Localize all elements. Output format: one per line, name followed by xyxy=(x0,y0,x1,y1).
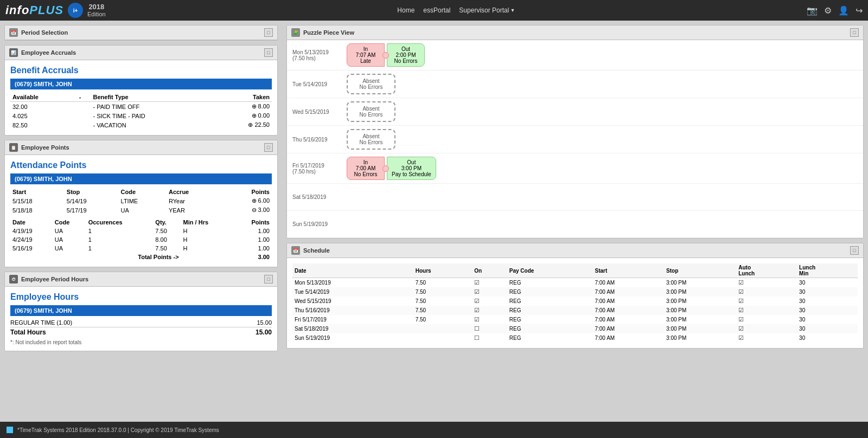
puzzle-date: Wed 5/15/2019 xyxy=(292,109,347,115)
benefit-accruals-title: Benefit Accruals xyxy=(10,66,272,75)
points-col-code: Code xyxy=(119,188,167,196)
accruals-col-available: Available xyxy=(10,93,77,102)
sched-date: Wed 5/15/2019 xyxy=(292,297,413,306)
accrual-benefit-type: - SICK TIME - PAID xyxy=(91,111,215,120)
detail-col-points: Points xyxy=(232,218,272,227)
sched-date: Tue 5/14/2019 xyxy=(292,287,413,297)
schedule-close[interactable]: □ xyxy=(850,246,859,255)
footer-icon xyxy=(7,427,13,433)
sched-on: ☑ xyxy=(472,278,507,288)
app-title: infoPLUS xyxy=(5,3,63,17)
logout-icon[interactable]: ↪ xyxy=(856,5,863,16)
employee-accruals-header: 📊 Employee Accruals □ xyxy=(5,46,277,60)
settings-icon[interactable]: ⚙ xyxy=(824,5,832,16)
puzzle-rows: Mon 5/13/2019(7.50 hrs) In 7:07 AM Late … xyxy=(287,40,863,238)
sched-hours xyxy=(413,324,473,333)
pd-occ: 1 xyxy=(86,235,154,244)
sched-autolunch: ☑ xyxy=(736,278,797,288)
nav-home[interactable]: Home xyxy=(397,7,414,14)
employee-points-card: 📋 Employee Points □ Attendance Points (0… xyxy=(4,140,278,267)
employee-accruals-body: Benefit Accruals (0679) SMITH, JOHN Avai… xyxy=(5,60,277,135)
in-label: In xyxy=(352,159,380,165)
puzzle-view-header: 🧩 Puzzle Piece View □ xyxy=(287,25,863,40)
employee-points-close[interactable]: □ xyxy=(264,143,273,152)
accruals-col-taken: Taken xyxy=(215,93,272,102)
detail-col-occ: Occurences xyxy=(86,218,154,227)
ps-accrue: RYear xyxy=(167,196,221,205)
sched-lunchmin: 30 xyxy=(797,333,858,343)
sched-paycode: REG xyxy=(507,287,593,297)
in-time: 7:00 AM xyxy=(352,165,380,171)
accruals-col-benefit-type: Benefit Type xyxy=(91,93,215,102)
sched-hours: 7.50 xyxy=(413,287,473,297)
sched-on: ☐ xyxy=(472,333,507,343)
schedule-row: Fri 5/17/2019 7.50 ☑ REG 7:00 AM 3:00 PM… xyxy=(292,315,858,324)
sched-start: 7:00 AM xyxy=(592,306,664,315)
edition-badge: 2018 Edition xyxy=(87,3,106,18)
schedule-row: Sat 5/18/2019 ☐ REG 7:00 AM 3:00 PM ☑ 30 xyxy=(292,324,858,333)
accrual-benefit-type: - PAID TIME OFF xyxy=(91,102,215,112)
footer-bar: *TimeTrak Systems 2018 Edition 2018.37.0… xyxy=(0,422,868,438)
puzzle-row: Sun 5/19/2019 xyxy=(287,211,863,238)
nav-ess-portal[interactable]: essPortal xyxy=(423,7,450,14)
pd-occ: 1 xyxy=(86,244,154,253)
sched-start: 7:00 AM xyxy=(592,278,664,288)
camera-icon[interactable]: 📷 xyxy=(807,5,818,16)
puzzle-pieces: In 7:07 AM Late Out 2:00 PM No Errors xyxy=(347,43,425,67)
detail-col-qty: Qty. xyxy=(153,218,181,227)
employee-period-hours-header: ⏱ Employee Period Hours □ xyxy=(5,272,277,287)
sched-col-on: On xyxy=(472,263,507,278)
connector-out xyxy=(382,165,389,172)
points-summary-row: 5/15/18 5/14/19 LTIME RYear ⊕ 6.00 xyxy=(10,196,272,205)
puzzle-in-piece: In 7:07 AM Late xyxy=(347,43,385,67)
left-panel: 📅 Period Selection □ 📊 Employee Accruals… xyxy=(0,21,282,422)
puzzle-view-close[interactable]: □ xyxy=(850,28,859,37)
accrual-available: 82.50 xyxy=(10,120,77,130)
puzzle-absent-piece: AbsentNo Errors xyxy=(347,129,395,150)
sched-on: ☑ xyxy=(472,287,507,297)
points-detail-table: Date Code Occurences Qty. Min / Hrs Poin… xyxy=(10,218,272,261)
right-panel: 🧩 Puzzle Piece View □ Mon 5/13/2019(7.50… xyxy=(282,21,868,422)
accrual-available: 4.025 xyxy=(10,111,77,120)
sched-paycode: REG xyxy=(507,306,593,315)
ps-accrue: YEAR xyxy=(167,205,221,215)
detail-col-code: Code xyxy=(53,218,86,227)
pd-minhrs: H xyxy=(181,244,233,253)
schedule-header: 📅 Schedule □ xyxy=(287,243,863,258)
puzzle-pieces: AbsentNo Errors xyxy=(347,129,395,150)
in-time: 7:07 AM xyxy=(352,52,380,58)
sched-stop: 3:00 PM xyxy=(664,333,736,343)
puzzle-date: Sun 5/19/2019 xyxy=(292,221,347,227)
accrual-dash xyxy=(77,120,91,130)
points-detail-row: 4/19/19 UA 1 7.50 H 1.00 xyxy=(10,227,272,235)
employee-accruals-close[interactable]: □ xyxy=(264,48,273,57)
employee-period-hours-body: Employee Hours (0679) SMITH, JOHN REGULA… xyxy=(5,287,277,351)
sched-paycode: REG xyxy=(507,333,593,343)
nav-supervisor-portal[interactable]: Supervisor Portal ▼ xyxy=(459,7,515,14)
puzzle-absent-piece: AbsentNo Errors xyxy=(347,74,395,94)
schedule-table: Date Hours On Pay Code Start Stop AutoLu… xyxy=(292,263,858,343)
pd-code: UA xyxy=(53,235,86,244)
top-bar-center: Home essPortal Supervisor Portal ▼ xyxy=(397,7,515,14)
sched-autolunch: ☑ xyxy=(736,287,797,297)
footer-text: *TimeTrak Systems 2018 Edition 2018.37.0… xyxy=(17,427,219,433)
employee-hours-title: Employee Hours xyxy=(10,292,272,302)
period-selection-card: 📅 Period Selection □ xyxy=(4,25,278,41)
puzzle-pieces: AbsentNo Errors xyxy=(347,101,395,122)
accruals-col-dash: - xyxy=(77,93,91,102)
accrual-benefit-type: - VACATION xyxy=(91,120,215,130)
period-selection-close[interactable]: □ xyxy=(264,28,273,37)
employee-period-hours-close[interactable]: □ xyxy=(264,275,273,284)
schedule-row: Wed 5/15/2019 7.50 ☑ REG 7:00 AM 3:00 PM… xyxy=(292,297,858,306)
accrual-taken: ⊕ 22.50 xyxy=(215,120,272,130)
sched-lunchmin: 30 xyxy=(797,297,858,306)
user-icon[interactable]: 👤 xyxy=(838,5,849,16)
sched-start: 7:00 AM xyxy=(592,324,664,333)
pd-qty: 7.50 xyxy=(153,244,181,253)
pd-points: 1.00 xyxy=(232,244,272,253)
employee-points-header-left: 📋 Employee Points xyxy=(9,143,69,152)
sched-lunchmin: 30 xyxy=(797,324,858,333)
puzzle-date: Fri 5/17/2019(7.50 hrs) xyxy=(292,163,347,175)
puzzle-absent-piece: AbsentNo Errors xyxy=(347,101,395,122)
accrual-taken: ⊕ 8.00 xyxy=(215,102,272,112)
